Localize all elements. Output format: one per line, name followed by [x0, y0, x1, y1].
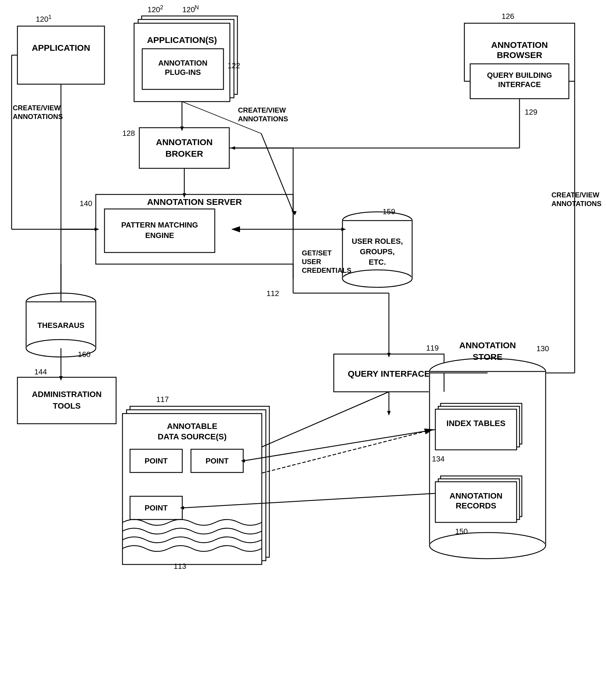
svg-text:113: 113 — [173, 562, 186, 570]
svg-text:POINT: POINT — [144, 457, 168, 465]
svg-text:2: 2 — [160, 4, 163, 10]
svg-text:ADMINISTRATION: ADMINISTRATION — [32, 390, 102, 399]
diagram-container: APPLICATION 120 1 APPLICATION(S) 120 2 1… — [0, 0, 606, 700]
svg-text:APPLICATION: APPLICATION — [32, 43, 90, 52]
svg-text:THESARAUS: THESARAUS — [38, 321, 85, 330]
svg-text:117: 117 — [156, 395, 169, 404]
svg-text:BROKER: BROKER — [165, 149, 203, 159]
svg-text:134: 134 — [432, 454, 444, 463]
svg-text:ANNOTATIONS: ANNOTATIONS — [552, 200, 601, 208]
svg-text:120: 120 — [147, 5, 160, 14]
svg-text:ANNOTATION: ANNOTATION — [491, 40, 548, 50]
svg-text:CREATE/VIEW: CREATE/VIEW — [13, 104, 61, 112]
svg-text:CREATE/VIEW: CREATE/VIEW — [552, 191, 599, 199]
svg-rect-0 — [17, 26, 104, 84]
svg-text:TOOLS: TOOLS — [53, 401, 81, 411]
svg-text:USER ROLES,: USER ROLES, — [352, 237, 403, 246]
svg-text:112: 112 — [266, 289, 279, 298]
svg-text:RECORDS: RECORDS — [456, 501, 496, 510]
svg-text:APPLICATION(S): APPLICATION(S) — [147, 35, 217, 45]
svg-text:PATTERN MATCHING: PATTERN MATCHING — [121, 220, 198, 229]
svg-text:ANNOTATION: ANNOTATION — [156, 137, 213, 147]
svg-text:ENGINE: ENGINE — [145, 231, 174, 240]
svg-text:119: 119 — [426, 344, 439, 352]
svg-text:ANNOTATION: ANNOTATION — [459, 341, 516, 350]
svg-rect-29 — [104, 209, 215, 253]
svg-point-62 — [429, 533, 545, 559]
svg-text:150: 150 — [455, 527, 468, 536]
svg-text:CREATE/VIEW: CREATE/VIEW — [238, 106, 286, 114]
svg-text:ANNOTATIONS: ANNOTATIONS — [13, 113, 63, 120]
svg-rect-23 — [139, 128, 229, 168]
svg-text:QUERY INTERFACE: QUERY INTERFACE — [348, 369, 430, 378]
svg-text:INDEX TABLES: INDEX TABLES — [446, 419, 505, 428]
svg-rect-53 — [17, 377, 116, 424]
svg-text:POINT: POINT — [144, 504, 168, 512]
svg-text:DATA SOURCE(S): DATA SOURCE(S) — [158, 432, 226, 441]
svg-text:N: N — [195, 4, 199, 10]
svg-line-138 — [243, 429, 435, 461]
svg-text:CREDENTIALS: CREDENTIALS — [302, 266, 351, 274]
architecture-diagram: APPLICATION 120 1 APPLICATION(S) 120 2 1… — [0, 0, 606, 700]
svg-text:129: 129 — [525, 108, 537, 116]
svg-text:140: 140 — [80, 199, 92, 208]
svg-text:ANNOTATIONS: ANNOTATIONS — [238, 115, 288, 123]
svg-text:PLUG-INS: PLUG-INS — [165, 68, 201, 77]
svg-text:ANNOTATION: ANNOTATION — [158, 59, 207, 67]
svg-text:ETC.: ETC. — [369, 258, 386, 266]
svg-line-142 — [262, 392, 389, 447]
svg-rect-72 — [435, 409, 517, 450]
svg-text:120: 120 — [36, 15, 48, 24]
svg-text:QUERY BUILDING: QUERY BUILDING — [487, 71, 552, 79]
svg-text:ANNOTATION: ANNOTATION — [449, 491, 503, 500]
svg-text:ANNOTATION SERVER: ANNOTATION SERVER — [147, 197, 242, 207]
svg-text:GROUPS,: GROUPS, — [360, 247, 395, 256]
svg-text:126: 126 — [502, 12, 514, 21]
svg-text:144: 144 — [34, 367, 47, 376]
svg-text:POINT: POINT — [206, 457, 229, 465]
svg-text:160: 160 — [78, 350, 90, 359]
svg-text:1: 1 — [48, 14, 51, 20]
svg-text:130: 130 — [536, 344, 549, 353]
svg-text:BROWSER: BROWSER — [497, 50, 542, 60]
svg-text:128: 128 — [122, 129, 135, 138]
svg-marker-127 — [387, 411, 391, 416]
svg-text:STORE: STORE — [473, 352, 503, 361]
svg-text:USER: USER — [302, 258, 321, 265]
svg-point-35 — [343, 270, 412, 287]
svg-text:122: 122 — [228, 61, 240, 70]
svg-text:GET/SET: GET/SET — [302, 249, 332, 257]
svg-text:INTERFACE: INTERFACE — [498, 80, 541, 89]
svg-text:ANNOTABLE: ANNOTABLE — [167, 422, 217, 431]
svg-text:120: 120 — [182, 5, 195, 14]
svg-text:159: 159 — [382, 207, 395, 216]
